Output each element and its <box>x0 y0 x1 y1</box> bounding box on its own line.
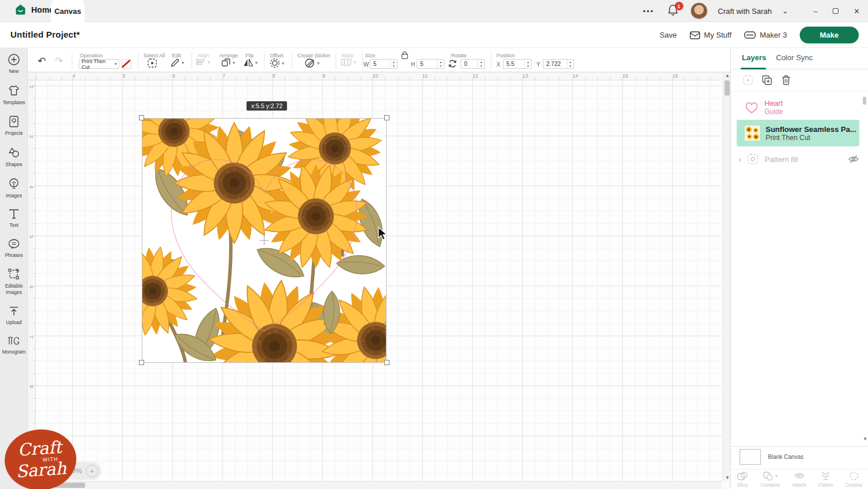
sidebar-item-images[interactable]: Images <box>0 172 28 204</box>
window-minimize-button[interactable]: – <box>814 7 818 16</box>
account-name[interactable]: Craft with Sarah <box>718 7 772 16</box>
project-title[interactable]: Untitled Project* <box>10 30 80 39</box>
layer-row-pattern-fill[interactable]: › Pattern fill <box>739 153 863 165</box>
sidebar-item-editable-images[interactable]: Editable Images <box>0 263 28 300</box>
operation-value: Print Then Cut <box>82 58 115 70</box>
app-window: Home Canvas ••• 1 Craft with Sarah ⌄ – ✕ <box>0 0 868 489</box>
offset-button[interactable]: ▾ <box>270 58 284 68</box>
flip-button[interactable]: ▾ <box>243 58 258 67</box>
home-button[interactable]: Home <box>15 4 54 15</box>
tab-color-sync[interactable]: Color Sync <box>776 53 813 62</box>
step-down-icon[interactable]: ▼ <box>437 64 444 69</box>
blank-canvas-swatch[interactable] <box>740 449 761 465</box>
selected-image-sunflower-pattern[interactable] <box>142 118 387 363</box>
sidebar-item-upload[interactable]: Upload <box>0 300 28 330</box>
operation-color-swatch[interactable] <box>122 59 131 69</box>
panel-scroll-down-icon[interactable]: ▼ <box>863 436 867 442</box>
redo-button[interactable]: ↷ <box>55 55 63 67</box>
ruler-number: 5 <box>122 73 125 79</box>
rotate-input[interactable]: 0 ▲▼ <box>461 59 485 69</box>
step-down-icon[interactable]: ▼ <box>525 64 531 69</box>
caret-down-icon: ▾ <box>354 60 356 65</box>
duplicate-layer-button[interactable] <box>762 75 773 86</box>
arrange-button[interactable]: ▾ <box>221 58 235 68</box>
sidebar-item-shapes[interactable]: Shapes <box>0 141 28 172</box>
position-x-input[interactable]: 5.5 ▲▼ <box>503 59 532 69</box>
edit-button[interactable]: ▾ <box>170 58 184 68</box>
envelope-icon <box>690 31 700 39</box>
step-up-icon[interactable]: ▲ <box>437 60 444 64</box>
vscroll-thumb[interactable] <box>724 80 730 95</box>
size-lock-icon[interactable] <box>402 54 408 59</box>
save-button[interactable]: Save <box>660 31 677 39</box>
selection-handle-bottom-right[interactable] <box>384 360 389 365</box>
ruler-number: 7 <box>222 73 225 79</box>
account-chevron-down-icon[interactable]: ⌄ <box>782 7 788 15</box>
tab-canvas[interactable]: Canvas <box>51 0 84 22</box>
sidebar-item-new[interactable]: New <box>0 48 28 79</box>
window-maximize-button[interactable] <box>833 8 838 14</box>
select-layers-icon <box>742 75 753 86</box>
tool-label: Flatten <box>818 482 833 488</box>
more-options-icon[interactable]: ••• <box>641 7 657 16</box>
layer-row-sunflower-selected[interactable]: Sunflower Seamless Pa... Print Then Cut <box>737 120 859 146</box>
height-input[interactable]: 5 ▲▼ <box>417 59 444 69</box>
upload-icon <box>8 306 20 317</box>
visibility-off-icon[interactable] <box>848 155 859 164</box>
step-down-icon[interactable]: ▼ <box>567 64 573 69</box>
step-up-icon[interactable]: ▲ <box>525 60 531 64</box>
select-all-button[interactable] <box>147 58 157 68</box>
make-button[interactable]: Make <box>800 27 859 43</box>
panel-scrollbar[interactable]: ▼ <box>863 94 867 442</box>
step-up-icon[interactable]: ▲ <box>567 60 573 64</box>
step-down-icon[interactable]: ▼ <box>391 64 397 69</box>
attach-button[interactable]: Attach <box>792 471 806 489</box>
operation-select[interactable]: Print Then Cut ▾ <box>79 59 119 69</box>
step-up-icon[interactable]: ▲ <box>391 60 397 64</box>
rotate-button[interactable] <box>448 59 457 68</box>
sidebar-item-phrases[interactable]: Phrases <box>0 233 28 263</box>
sidebar-label: Editable Images <box>0 283 28 295</box>
mouse-cursor <box>378 227 391 241</box>
tab-layers[interactable]: Layers <box>742 53 766 62</box>
notifications-button[interactable]: 1 <box>667 4 680 18</box>
sidebar-item-templates[interactable]: Templates <box>0 79 28 111</box>
warp-button[interactable]: ▾ <box>340 58 356 67</box>
sidebar-item-monogram[interactable]: Monogram <box>0 330 28 360</box>
tab-canvas-label: Canvas <box>54 7 81 16</box>
canvas-vertical-scrollbar[interactable]: ▲ ▼ <box>723 72 730 481</box>
zoom-in-button[interactable]: + <box>86 465 98 477</box>
step-down-icon[interactable]: ▼ <box>478 64 484 69</box>
sidebar-label: Text <box>9 222 19 229</box>
slice-button[interactable]: Slice <box>737 471 748 489</box>
scroll-down-icon[interactable]: ▼ <box>725 475 730 480</box>
step-up-icon[interactable]: ▲ <box>478 60 484 64</box>
select-layers-button[interactable] <box>742 75 753 86</box>
combine-button[interactable]: ▾ Combine <box>760 471 780 489</box>
width-input[interactable]: 5 ▲▼ <box>370 59 398 69</box>
window-close-button[interactable]: ✕ <box>854 7 860 16</box>
my-stuff-button[interactable]: My Stuff <box>690 31 731 39</box>
caret-down-icon: ▾ <box>255 60 258 65</box>
expand-chevron-right-icon[interactable]: › <box>739 155 741 164</box>
selection-handle-bottom-left[interactable] <box>139 360 144 365</box>
scroll-up-icon[interactable]: ▲ <box>725 73 730 78</box>
layer-row-heart-guide[interactable]: Heart Guide <box>745 99 783 116</box>
selection-handle-top-right[interactable] <box>384 115 389 120</box>
sidebar-item-text[interactable]: Text <box>0 203 28 233</box>
align-button[interactable]: ▾ <box>196 58 210 66</box>
avatar[interactable] <box>690 2 708 20</box>
position-y-input[interactable]: 2.722 ▲▼ <box>543 59 574 69</box>
machine-selector[interactable]: Maker 3 <box>744 31 787 39</box>
panel-scroll-thumb[interactable] <box>863 97 866 105</box>
create-sticker-button[interactable]: ▾ <box>304 58 319 68</box>
undo-button[interactable]: ↶ <box>38 55 46 67</box>
contour-button[interactable]: Contour <box>845 471 863 489</box>
sidebar-item-projects[interactable]: Projects <box>0 110 28 141</box>
delete-layer-button[interactable] <box>781 75 791 86</box>
flatten-button[interactable]: Flatten <box>818 471 833 489</box>
save-label: Save <box>660 31 677 39</box>
ruler-number: 6 <box>28 284 34 291</box>
canvas-horizontal-scrollbar[interactable]: ◄ <box>28 481 722 489</box>
selection-handle-top-left[interactable] <box>139 115 144 120</box>
